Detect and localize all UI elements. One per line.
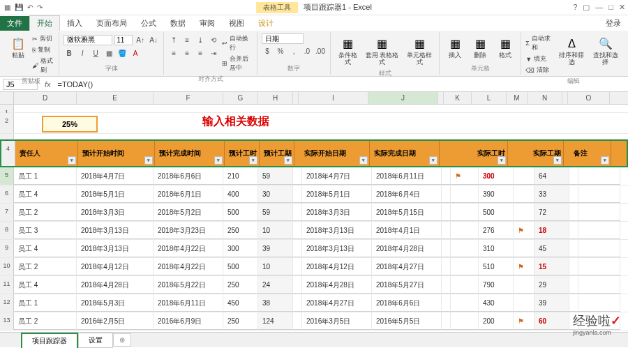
table-cell[interactable]: 员工 4	[14, 240, 77, 257]
row-header[interactable]: 4	[1, 141, 15, 166]
table-cell[interactable]: 33	[534, 185, 569, 203]
table-cell[interactable]	[451, 312, 479, 330]
table-cell[interactable]	[293, 185, 302, 203]
column-header[interactable]	[562, 92, 568, 104]
table-cell[interactable]	[293, 204, 302, 221]
table-cell[interactable]: 29	[534, 276, 569, 294]
table-cell[interactable]: 500	[479, 204, 514, 221]
insert-cells-button[interactable]: ▦插入	[444, 33, 466, 61]
orientation-icon[interactable]: ⟲	[208, 34, 219, 45]
table-header-cell[interactable]: 实际开始日期	[300, 141, 370, 166]
save-icon[interactable]: 💾	[15, 3, 23, 11]
align-middle-icon[interactable]: ≡	[181, 34, 193, 45]
table-cell[interactable]	[442, 294, 451, 312]
table-cell[interactable]	[578, 276, 620, 294]
table-cell[interactable]: 2018年3月3日	[77, 204, 154, 221]
table-cell[interactable]: 2018年3月13日	[77, 240, 154, 257]
tab-insert[interactable]: 插入	[60, 16, 89, 31]
table-cell[interactable]: 员工 2	[14, 312, 77, 330]
table-cell[interactable]	[569, 276, 578, 294]
table-header-cell[interactable]: 预计工时 (小时)	[225, 141, 260, 166]
table-cell[interactable]	[578, 204, 620, 221]
table-cell[interactable]	[578, 312, 620, 330]
column-header[interactable]: L	[472, 92, 507, 104]
cell-styles-button[interactable]: ▦单元格样式	[404, 33, 435, 68]
table-header-cell[interactable]: 备注	[569, 141, 611, 166]
find-select-button[interactable]: 🔍查找和选择	[590, 33, 621, 68]
column-header[interactable]: D	[14, 92, 77, 104]
maximize-icon[interactable]: □	[608, 3, 613, 12]
format-painter-button[interactable]: 🖌格式刷	[32, 56, 54, 75]
table-cell[interactable]	[451, 204, 479, 221]
table-cell[interactable]: 310	[479, 240, 514, 257]
table-cell[interactable]: 2016年5月5日	[372, 312, 442, 330]
table-cell[interactable]	[442, 222, 451, 239]
font-name-input[interactable]	[63, 35, 112, 45]
table-cell[interactable]: 2018年4月28日	[372, 240, 442, 257]
table-cell[interactable]	[442, 276, 451, 294]
table-cell[interactable]	[569, 185, 578, 203]
table-cell[interactable]	[293, 276, 302, 294]
tab-design[interactable]: 设计	[251, 16, 281, 31]
table-cell[interactable]: 2018年3月23日	[154, 222, 223, 239]
table-cell[interactable]: 2018年5月2日	[154, 204, 223, 221]
tab-home[interactable]: 开始	[29, 15, 60, 31]
column-header[interactable]: H	[258, 92, 293, 104]
font-size-input[interactable]	[114, 35, 133, 45]
table-cell[interactable]	[578, 185, 620, 203]
number-format-select[interactable]	[262, 33, 304, 44]
row-header[interactable]: 2	[0, 113, 14, 133]
table-cell[interactable]: 250	[223, 312, 258, 330]
fill-button[interactable]: ▼填充	[525, 54, 553, 64]
decrease-font-icon[interactable]: A↓	[148, 34, 159, 45]
table-cell[interactable]: 400	[223, 185, 258, 203]
table-cell[interactable]	[293, 222, 302, 239]
table-format-button[interactable]: ▦套用 表格格式	[363, 33, 401, 68]
table-cell[interactable]	[451, 258, 479, 275]
login-link[interactable]: 登录	[599, 16, 628, 31]
font-color-icon[interactable]: A	[130, 47, 141, 59]
column-header[interactable]: K	[444, 92, 472, 104]
conditional-format-button[interactable]: ▦条件格式	[335, 33, 360, 68]
table-cell[interactable]: 450	[223, 294, 258, 312]
column-header[interactable]: I	[299, 92, 368, 104]
table-cell[interactable]: 300	[223, 240, 258, 257]
table-cell[interactable]: 2018年6月11日	[372, 167, 442, 185]
autosum-button[interactable]: Σ自动求和	[525, 33, 553, 53]
table-cell[interactable]: 2018年4月7日	[302, 167, 372, 185]
table-cell[interactable]: 2018年5月1日	[77, 185, 154, 203]
table-cell[interactable]: 员工 2	[14, 258, 77, 275]
table-cell[interactable]: 员工 4	[14, 276, 77, 294]
align-right-icon[interactable]: ≡	[195, 47, 206, 59]
table-cell[interactable]	[442, 312, 451, 330]
row-header[interactable]: 5	[0, 167, 14, 185]
table-cell[interactable]: 15	[534, 258, 569, 275]
table-cell[interactable]: 790	[479, 276, 514, 294]
table-cell[interactable]	[293, 167, 302, 185]
table-cell[interactable]	[578, 258, 620, 275]
table-cell[interactable]	[569, 167, 578, 185]
currency-icon[interactable]: $	[262, 45, 273, 56]
table-cell[interactable]: 250	[223, 276, 258, 294]
table-cell[interactable]	[514, 185, 534, 203]
ribbon-options-icon[interactable]: ▢	[583, 3, 590, 12]
indent-icon[interactable]: ⇥	[208, 47, 219, 59]
undo-icon[interactable]: ↶	[27, 3, 33, 11]
table-cell[interactable]: 430	[479, 294, 514, 312]
table-cell[interactable]	[293, 312, 302, 330]
table-cell[interactable]: ⚑	[514, 222, 534, 239]
table-cell[interactable]: 59	[258, 167, 293, 185]
table-cell[interactable]: 2018年5月22日	[154, 276, 223, 294]
cut-button[interactable]: ✂剪切	[32, 33, 54, 44]
table-cell[interactable]	[442, 167, 451, 185]
redo-icon[interactable]: ↷	[37, 3, 43, 11]
increase-decimal-icon[interactable]: .0	[301, 45, 313, 56]
table-cell[interactable]: 2018年4月28日	[77, 276, 154, 294]
row-header[interactable]: 11	[0, 276, 14, 294]
table-cell[interactable]: 200	[479, 312, 514, 330]
row-header[interactable]: 1	[0, 105, 14, 112]
table-cell[interactable]	[569, 222, 578, 239]
table-cell[interactable]	[442, 258, 451, 275]
table-cell[interactable]	[578, 167, 620, 185]
column-header[interactable]	[438, 92, 444, 104]
